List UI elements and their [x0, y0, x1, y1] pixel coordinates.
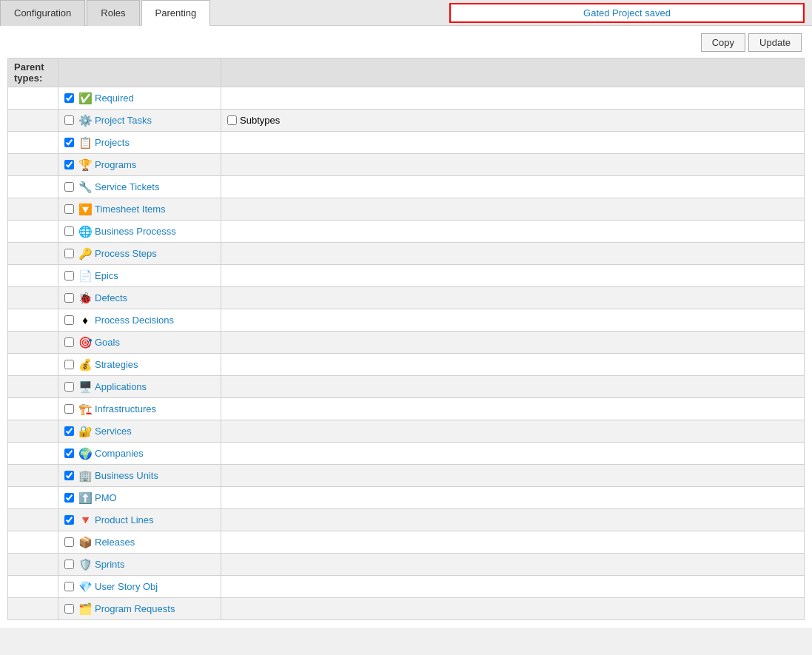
subtypes-label: Subtypes — [240, 115, 280, 126]
row-icon: 🛡️ — [78, 558, 92, 571]
subtypes-checkbox[interactable] — [227, 115, 237, 125]
row-label-cell — [8, 243, 58, 265]
row-checkbox[interactable] — [64, 471, 74, 480]
row-text: Process Decisions — [95, 315, 174, 326]
row-checkbox[interactable] — [64, 582, 74, 591]
row-label-cell — [8, 132, 58, 154]
row-extra-cell — [221, 332, 805, 354]
row-name-cell: 🏢Business Units — [58, 465, 221, 487]
row-label-cell — [8, 287, 58, 309]
table-row: ♦️Process Decisions — [8, 309, 805, 332]
row-icon: 🔽 — [78, 203, 92, 216]
tab-parenting[interactable]: Parenting — [141, 0, 211, 26]
row-extra-cell — [221, 354, 805, 376]
row-checkbox[interactable] — [64, 604, 74, 614]
row-icon: 📦 — [78, 536, 92, 549]
row-icon: 🔐 — [78, 425, 92, 438]
row-checkbox[interactable] — [64, 293, 74, 303]
row-extra-cell — [221, 576, 805, 598]
notification-box: Gated Project saved — [449, 3, 805, 23]
row-name-cell: 🔐Services — [58, 420, 221, 443]
row-checkbox[interactable] — [64, 426, 74, 436]
table-row: 🗂️Program Requests — [8, 598, 805, 620]
row-checkbox[interactable] — [64, 160, 74, 169]
row-text: Timesheet Items — [95, 204, 166, 215]
row-extra-cell — [221, 221, 805, 243]
row-extra-cell — [221, 554, 805, 576]
tab-configuration[interactable]: Configuration — [0, 0, 85, 26]
row-name-cell: 💎User Story Obj — [58, 576, 221, 598]
row-checkbox[interactable] — [64, 560, 74, 569]
row-text: Business Processs — [95, 226, 176, 237]
row-name-cell: 🌍Companies — [58, 443, 221, 465]
table-row: 💰Strategies — [8, 354, 805, 376]
row-checkbox[interactable] — [64, 515, 74, 525]
row-icon: 🎯 — [78, 336, 92, 349]
row-checkbox[interactable] — [64, 449, 74, 458]
row-icon: ✅ — [78, 92, 92, 105]
table-row: ⚙️Project TasksSubtypes — [8, 110, 805, 132]
row-checkbox[interactable] — [64, 271, 74, 281]
row-text: PMO — [95, 492, 117, 503]
row-icon: 🏆 — [78, 158, 92, 172]
row-icon: 🔻 — [78, 514, 92, 527]
row-checkbox[interactable] — [64, 537, 74, 547]
row-label-cell — [8, 110, 58, 132]
row-label-cell — [8, 332, 58, 354]
tab-roles[interactable]: Roles — [87, 0, 139, 26]
row-checkbox[interactable] — [64, 337, 74, 347]
row-checkbox[interactable] — [64, 138, 74, 147]
row-label-cell — [8, 598, 58, 620]
row-name-cell: ♦️Process Decisions — [58, 309, 221, 332]
table-row: 🐞Defects — [8, 287, 805, 309]
row-checkbox[interactable] — [64, 93, 74, 103]
row-extra-cell — [221, 265, 805, 287]
row-text: User Story Obj — [95, 581, 158, 592]
row-name-cell: 🔻Product Lines — [58, 509, 221, 531]
row-text: Program Requests — [95, 603, 175, 614]
row-text: Defects — [95, 292, 127, 303]
update-button[interactable]: Update — [748, 33, 802, 52]
table-row: 📋Projects — [8, 132, 805, 154]
table-row: 🏆Programs — [8, 154, 805, 176]
row-checkbox[interactable] — [64, 360, 74, 369]
row-checkbox[interactable] — [64, 382, 74, 392]
row-checkbox[interactable] — [64, 115, 74, 125]
row-checkbox[interactable] — [64, 249, 74, 258]
row-text: Strategies — [95, 359, 138, 370]
row-extra-cell — [221, 132, 805, 154]
row-text: Companies — [95, 448, 144, 459]
row-text: Applications — [95, 381, 147, 392]
row-icon: 🐞 — [78, 292, 92, 305]
row-extra-cell — [221, 531, 805, 554]
row-text: Project Tasks — [95, 115, 152, 126]
row-extra-cell — [221, 398, 805, 420]
row-icon: 🌍 — [78, 447, 92, 460]
table-row: 🔧Service Tickets — [8, 176, 805, 198]
row-checkbox[interactable] — [64, 204, 74, 214]
row-label-cell — [8, 465, 58, 487]
row-label-cell — [8, 376, 58, 398]
copy-button[interactable]: Copy — [701, 33, 745, 52]
row-label-cell — [8, 554, 58, 576]
row-label-cell — [8, 509, 58, 531]
row-label-cell — [8, 309, 58, 332]
row-extra-cell — [221, 243, 805, 265]
row-extra-cell — [221, 509, 805, 531]
table-row: 🌐Business Processs — [8, 221, 805, 243]
row-checkbox[interactable] — [64, 226, 74, 236]
row-icon: 🖥️ — [78, 380, 92, 394]
row-text: Business Units — [95, 470, 158, 481]
row-checkbox[interactable] — [64, 493, 74, 503]
row-text: Epics — [95, 270, 118, 281]
row-checkbox[interactable] — [64, 404, 74, 414]
table-row: 🔐Services — [8, 420, 805, 443]
row-text: Programs — [95, 159, 136, 170]
row-checkbox[interactable] — [64, 182, 74, 192]
row-extra-cell — [221, 443, 805, 465]
row-checkbox[interactable] — [64, 315, 74, 325]
header-col-name — [58, 58, 221, 87]
row-icon: 💰 — [78, 358, 92, 372]
table-row: 🔑Process Steps — [8, 243, 805, 265]
table-row: 🖥️Applications — [8, 376, 805, 398]
